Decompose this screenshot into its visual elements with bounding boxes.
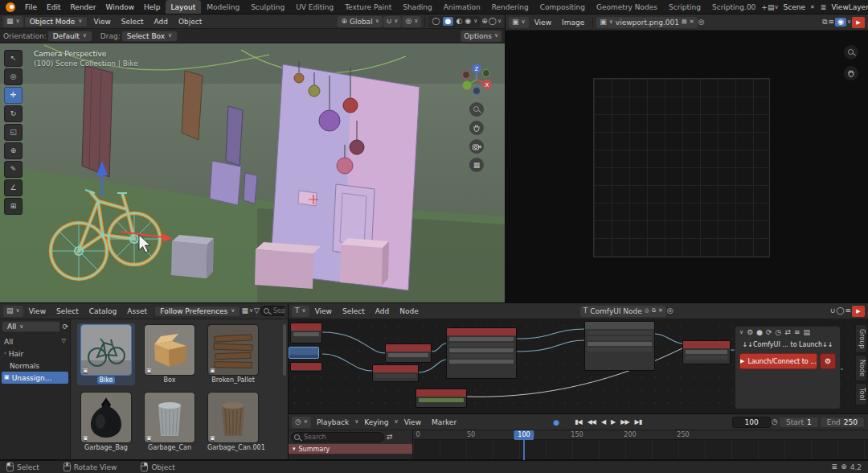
rendered-shading-icon[interactable]: ◉ <box>465 18 471 25</box>
drag-dropdown[interactable]: Select Box ∨ <box>121 31 178 42</box>
tool-transform-button[interactable]: ⊕ <box>4 142 23 159</box>
add-workspace-button[interactable]: + <box>761 4 768 11</box>
node[interactable] <box>682 340 731 364</box>
fake-user-icon[interactable]: ◎ <box>645 308 649 314</box>
menu-view[interactable]: View <box>88 17 115 27</box>
image-datablock[interactable]: ▣ ∨ viewport.png.001 ▤ ✕ <box>596 17 697 28</box>
node[interactable] <box>584 321 655 371</box>
workspace-tab[interactable]: Scripting.00 <box>706 0 761 14</box>
menu-view[interactable]: View <box>530 18 556 27</box>
menu-view[interactable]: View <box>24 306 51 316</box>
menu-node[interactable]: Node <box>395 306 424 316</box>
menu-select[interactable]: Select <box>117 17 149 27</box>
asset-item[interactable]: ▣ Garbage_Can.001 <box>204 391 262 453</box>
auto-keying-button[interactable]: ● <box>550 417 563 428</box>
menu-edit[interactable]: Edit <box>42 2 65 12</box>
menu-window[interactable]: Window <box>101 2 140 12</box>
timeline-track-area[interactable]: 0 50 100 150 200 250 100 <box>413 430 868 460</box>
menu-catalog[interactable]: Catalog <box>84 306 122 316</box>
frame-start-field[interactable]: Start 1 <box>779 417 819 428</box>
menu-playback[interactable]: Playback <box>312 417 354 427</box>
material-shading-icon[interactable]: ◐ <box>456 18 462 25</box>
sidebar-tab-node[interactable]: Node <box>855 355 867 381</box>
workspace-tab[interactable]: Geometry Nodes <box>591 0 663 14</box>
menu-view[interactable]: View <box>310 306 337 316</box>
display-options-icon[interactable]: ⧉ <box>822 19 827 26</box>
workspace-tab[interactable]: Scripting <box>663 0 706 14</box>
frame-end-field[interactable]: End 250 <box>820 417 865 428</box>
editor-type-button[interactable]: ▣ ∨ <box>509 17 529 28</box>
workspace-tab[interactable]: Texture Paint <box>339 0 397 14</box>
gear-icon[interactable]: ⚙ <box>747 329 753 336</box>
viewport-scene[interactable] <box>0 43 505 302</box>
network-icon[interactable]: ⊕ <box>841 463 847 471</box>
view-layer-name[interactable]: ViewLayer <box>826 2 868 12</box>
queue-icon[interactable]: ≡ <box>794 329 800 336</box>
sidebar-tab-tool[interactable]: Tool <box>855 383 867 405</box>
refresh-icon[interactable]: ⟳ <box>766 329 772 336</box>
launch-settings-button[interactable]: ⚙ <box>820 353 836 369</box>
asset-item[interactable]: ▣ Garbage_Bag <box>77 391 135 453</box>
catalog-item[interactable]: › Hair <box>2 348 68 360</box>
options-dropdown[interactable]: Options ∨ <box>461 31 502 42</box>
swap-icon[interactable]: ⇄ <box>784 329 791 336</box>
tool-rotate-button[interactable]: ↻ <box>4 105 23 122</box>
menu-help[interactable]: Help <box>139 2 166 12</box>
open-image-icon[interactable]: ▤ <box>682 19 687 25</box>
node-selected[interactable] <box>289 347 319 359</box>
previous-keyframe-button[interactable]: ◀◀ <box>585 418 598 426</box>
node[interactable] <box>446 327 517 379</box>
menu-image[interactable]: Image <box>557 18 589 27</box>
node[interactable] <box>290 362 322 372</box>
comfy-launch-shortcut-button[interactable]: ▶ <box>852 306 865 317</box>
editor-type-button[interactable]: ▤ ∨ <box>3 306 23 317</box>
menu-object[interactable]: Object <box>174 17 207 27</box>
asset-item[interactable]: ▣ Garbage_Can <box>141 391 199 453</box>
workspace-tab[interactable]: Sculpting <box>245 0 290 14</box>
pin-icon[interactable]: ◎ <box>698 19 705 26</box>
timeline-ruler[interactable]: 0 50 100 150 200 250 <box>413 430 868 440</box>
pan-button[interactable] <box>469 121 484 135</box>
editor-type-button[interactable]: ▦ ∨ <box>3 16 23 27</box>
current-frame-field[interactable]: 100 <box>732 417 771 428</box>
orthographic-toggle-button[interactable]: ▦ <box>469 158 484 172</box>
filter-swap-icon[interactable]: ⇄ <box>387 434 393 441</box>
display-icon[interactable]: ▤ <box>804 329 811 336</box>
catalog-item[interactable]: All ▽ <box>2 335 68 348</box>
node[interactable] <box>385 343 432 363</box>
jump-to-end-button[interactable]: ▶▮ <box>633 418 645 426</box>
launch-connect-button[interactable]: ▶ Launch/Connect to ... <box>739 353 817 369</box>
navigation-gizmo[interactable]: Z X <box>458 61 495 98</box>
menu-file[interactable]: File <box>20 2 42 12</box>
pan-button[interactable] <box>844 66 858 80</box>
tool-measure-button[interactable]: ∠ <box>4 179 23 196</box>
mode-dropdown[interactable]: Object Mode ∨ <box>24 16 88 27</box>
node[interactable] <box>372 364 419 382</box>
use-preview-range-icon[interactable]: ◷ <box>772 418 778 426</box>
workspace-tab[interactable]: Rendering <box>486 0 534 14</box>
sidebar-tab-group[interactable]: Group <box>855 324 867 353</box>
library-dropdown[interactable]: Follow Preferences ∨ <box>154 306 240 317</box>
workspace-tab[interactable]: Compositing <box>534 0 591 14</box>
catalog-item[interactable]: Normals <box>2 360 68 372</box>
wireframe-shading-icon[interactable]: ◯ <box>432 18 440 25</box>
collapse-icon[interactable]: ∨ <box>739 330 743 335</box>
tool-scale-button[interactable]: ◱ <box>4 124 23 141</box>
proportional-editing-button[interactable]: ◎ ∨ <box>402 16 421 27</box>
editor-type-button[interactable]: T ∨ <box>292 306 309 317</box>
menu-render[interactable]: Render <box>66 2 101 12</box>
workspace-tab[interactable]: Shading <box>397 0 438 14</box>
chevron-down-icon[interactable]: ∨ <box>473 19 477 24</box>
comfy-launch-shortcut-button[interactable]: ▶ <box>852 17 865 28</box>
workspace-tab[interactable]: Modeling <box>201 0 245 14</box>
play-button[interactable]: ▶ <box>608 418 617 426</box>
menu-add[interactable]: Add <box>149 17 173 27</box>
menu-select[interactable]: Select <box>51 306 84 316</box>
workspace-tab[interactable]: Layout <box>166 0 202 14</box>
shading-icon[interactable]: ◉ <box>835 18 846 27</box>
workspace-tab[interactable]: UV Editing <box>290 0 339 14</box>
menu-keying[interactable]: Keying <box>359 417 393 427</box>
tool-annotate-button[interactable]: ✎ <box>4 161 23 178</box>
power-icon[interactable]: ● <box>756 329 763 336</box>
chevron-down-icon[interactable]: ∨ <box>249 308 253 314</box>
